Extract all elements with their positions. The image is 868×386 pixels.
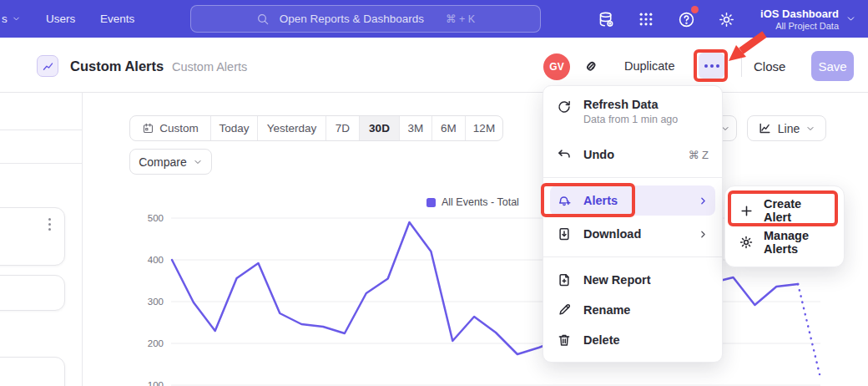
menu-item-new-report[interactable]: New Report [543, 265, 722, 295]
range-yesterday[interactable]: Yesterday [258, 116, 326, 140]
kebab-menu-icon[interactable] [48, 216, 51, 233]
alert-bell-icon [557, 193, 572, 208]
pencil-icon [557, 302, 572, 317]
nav-item-truncated[interactable]: s [2, 0, 21, 38]
submenu-chevron-icon [698, 229, 709, 240]
notification-badge [691, 6, 699, 13]
more-options-button[interactable] [699, 53, 724, 79]
report-type-icon [37, 55, 58, 77]
chart-legend[interactable]: All Events - Total [426, 196, 519, 208]
svg-text:400: 400 [148, 255, 164, 265]
copy-link-icon[interactable] [582, 57, 602, 77]
sidebar-row-divider [0, 163, 82, 164]
chevron-down-icon [805, 124, 815, 134]
range-3m[interactable]: 3M [400, 116, 432, 140]
sidebar-card[interactable] [0, 207, 65, 266]
sidebar-row-divider [0, 130, 82, 130]
global-search[interactable]: Open Reports & Dashboards ⌘ + K [190, 5, 541, 33]
sidebar-card[interactable] [0, 275, 65, 311]
range-today[interactable]: Today [211, 116, 258, 140]
search-shortcut: ⌘ + K [446, 13, 475, 25]
breadcrumb: Custom Alerts [172, 60, 247, 74]
menu-item-rename[interactable]: Rename [543, 295, 722, 325]
refresh-subtitle: Data from 1 min ago [583, 114, 678, 125]
refresh-icon [557, 99, 572, 114]
range-30d-selected[interactable]: 30D [360, 116, 400, 140]
project-switcher[interactable]: iOS Dashboard All Project Data [760, 0, 856, 38]
nav-item-users[interactable]: Users [46, 0, 75, 38]
legend-label: All Events - Total [442, 196, 519, 208]
apps-grid-icon[interactable] [635, 8, 657, 30]
project-scope: All Project Data [760, 21, 839, 31]
date-range-selector: Custom Today Yesterday 7D 30D 3M 6M 12M [129, 115, 503, 141]
alerts-submenu: Create Alert Manage Alerts [724, 185, 845, 267]
sidebar-card[interactable] [0, 357, 65, 386]
chevron-down-icon [193, 157, 203, 167]
chevron-down-icon [12, 14, 21, 23]
more-options-menu: Refresh Data Data from 1 min ago Undo ⌘ … [542, 85, 723, 363]
chevron-down-icon [845, 13, 856, 24]
range-6m[interactable]: 6M [432, 116, 466, 140]
svg-text:300: 300 [148, 297, 164, 307]
svg-text:200: 200 [148, 338, 164, 348]
range-7d[interactable]: 7D [326, 116, 360, 140]
search-icon [256, 13, 270, 26]
close-button[interactable]: Close [754, 59, 785, 74]
menu-item-undo[interactable]: Undo ⌘ Z [543, 140, 722, 170]
menu-divider [543, 256, 722, 257]
settings-gear-icon[interactable] [715, 8, 737, 30]
menu-divider [543, 177, 722, 178]
gear-icon [739, 235, 754, 250]
page-title: Custom Alerts [70, 58, 164, 74]
calendar-icon [142, 122, 154, 135]
menu-item-delete[interactable]: Delete [543, 325, 722, 355]
chart-type-button[interactable]: Line [747, 115, 826, 141]
submenu-item-manage-alerts[interactable]: Manage Alerts [725, 226, 844, 258]
save-button[interactable]: Save [811, 51, 854, 81]
undo-icon [557, 147, 572, 162]
submenu-item-create-alert[interactable]: Create Alert [725, 195, 844, 226]
trash-icon [557, 333, 572, 348]
help-icon[interactable] [675, 8, 697, 30]
nav-item-events[interactable]: Events [100, 0, 134, 38]
undo-shortcut: ⌘ Z [688, 149, 709, 161]
menu-item-alerts[interactable]: Alerts [550, 185, 715, 216]
submenu-chevron-icon [698, 196, 709, 206]
download-icon [557, 226, 572, 241]
search-placeholder: Open Reports & Dashboards [280, 13, 424, 25]
svg-text:100: 100 [148, 380, 164, 386]
svg-text:500: 500 [148, 213, 164, 223]
menu-item-download[interactable]: Download [543, 219, 722, 249]
duplicate-button[interactable]: Duplicate [624, 59, 674, 73]
line-chart-icon [758, 121, 772, 135]
sidebar-divider [82, 93, 83, 386]
project-name: iOS Dashboard [760, 8, 839, 20]
avatar[interactable]: GV [543, 53, 570, 80]
menu-item-refresh-data[interactable]: Refresh Data Data from 1 min ago [543, 94, 722, 133]
header-divider [741, 55, 742, 77]
legend-swatch [426, 198, 436, 207]
app-window: 500400300200100 s Users Events Open Repo… [0, 0, 868, 386]
range-12m[interactable]: 12M [466, 116, 502, 140]
top-navigation: s Users Events Open Reports & Dashboards… [0, 0, 868, 38]
report-header: Custom Alerts Custom Alerts GV Duplicate… [0, 38, 868, 93]
compare-button[interactable]: Compare [129, 149, 212, 175]
nav-truncated-label: s [2, 13, 8, 25]
new-report-icon [557, 272, 572, 287]
plus-icon [739, 203, 754, 218]
data-management-icon[interactable] [595, 8, 617, 30]
range-custom[interactable]: Custom [130, 116, 211, 140]
